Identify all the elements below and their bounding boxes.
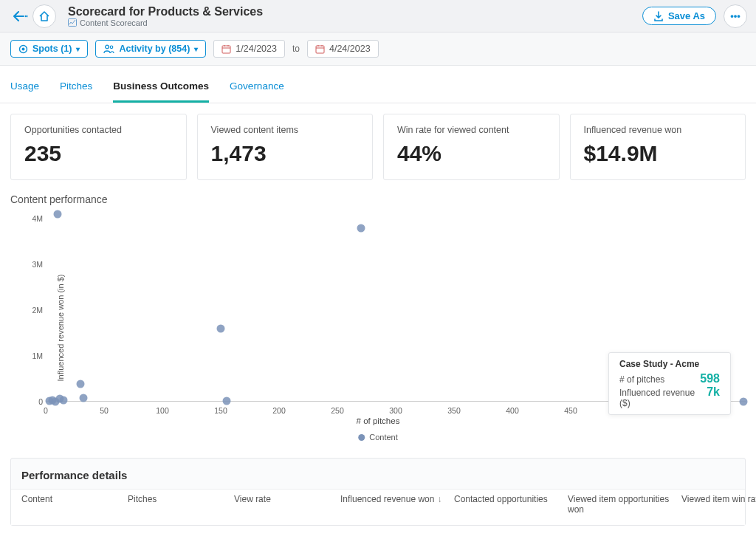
kpi-value: 235 <box>24 141 173 166</box>
content-performance-chart: Content performance Influenced revenue w… <box>0 190 756 449</box>
kpi-label: Opportunities contacted <box>24 125 173 135</box>
target-icon <box>18 44 28 54</box>
x-tick: 150 <box>214 406 227 415</box>
calendar-icon <box>221 44 231 54</box>
calendar-icon <box>315 44 325 54</box>
scatter-point[interactable] <box>79 394 87 402</box>
x-tick: 400 <box>506 406 519 415</box>
app-header: Scorecard for Products & Services Conten… <box>0 0 756 32</box>
x-tick: 100 <box>156 406 169 415</box>
sort-desc-icon: ↓ <box>437 494 441 504</box>
spots-filter[interactable]: Spots (1) ▾ <box>10 40 88 58</box>
col-influenced-revenue[interactable]: Influenced revenue won↓ <box>340 494 451 504</box>
performance-details: Performance details Content Pitches View… <box>10 458 746 526</box>
svg-point-1 <box>27 15 28 17</box>
chart-title: Content performance <box>10 193 746 205</box>
svg-point-5 <box>106 45 109 49</box>
scatter-point[interactable] <box>217 324 225 332</box>
col-view-rate[interactable]: View rate <box>234 494 337 504</box>
page-title: Scorecard for Products & Services <box>68 5 642 18</box>
tooltip-revenue-value: 7k <box>707 385 720 399</box>
tooltip-name: Case Study - Acme <box>619 359 720 369</box>
x-axis-label: # of pitches <box>357 416 400 425</box>
y-tick: 1M <box>22 351 43 360</box>
people-icon <box>103 44 114 53</box>
svg-rect-8 <box>316 46 324 53</box>
x-tick: 350 <box>447 406 461 415</box>
svg-rect-7 <box>222 46 230 53</box>
y-tick: 3M <box>22 260 43 269</box>
y-tick: 4M <box>22 214 43 223</box>
chevron-down-icon: ▾ <box>76 45 80 53</box>
kpi-value: $14.9M <box>584 141 732 166</box>
col-pitches[interactable]: Pitches <box>128 494 231 504</box>
scatter-point[interactable] <box>53 210 61 219</box>
tab-governance[interactable]: Governance <box>230 72 284 103</box>
kpi-win-rate: Win rate for viewed content 44% <box>383 114 560 180</box>
kpi-row: Opportunities contacted 235 Viewed conte… <box>0 103 756 190</box>
tab-usage[interactable]: Usage <box>10 72 39 103</box>
x-tick: 200 <box>272 406 286 415</box>
tabs: Usage Pitches Business Outcomes Governan… <box>0 72 756 103</box>
tooltip-pitches-label: # of pitches <box>619 374 664 385</box>
back-button[interactable] <box>9 4 32 28</box>
x-tick: 50 <box>100 406 109 415</box>
x-tick: 250 <box>331 406 344 415</box>
x-tick: 0 <box>44 406 48 415</box>
svg-point-6 <box>111 46 114 49</box>
scorecard-icon <box>68 18 77 27</box>
y-tick: 0 <box>22 397 43 406</box>
scatter-point[interactable] <box>222 396 230 405</box>
date-to-label: to <box>292 44 300 54</box>
svg-point-4 <box>22 47 25 50</box>
kpi-label: Win rate for viewed content <box>397 125 546 135</box>
chevron-down-icon: ▾ <box>194 45 198 53</box>
col-content[interactable]: Content <box>21 494 125 504</box>
kpi-label: Influenced revenue won <box>584 125 732 135</box>
details-header-row: Content Pitches View rate Influenced rev… <box>11 489 745 525</box>
tab-business-outcomes[interactable]: Business Outcomes <box>113 72 209 103</box>
kpi-viewed-content-items: Viewed content items 1,473 <box>197 114 374 180</box>
kpi-influenced-revenue: Influenced revenue won $14.9M <box>570 114 746 180</box>
scatter-point[interactable] <box>77 380 85 388</box>
date-to-picker[interactable]: 4/24/2023 <box>307 40 379 58</box>
more-menu-button[interactable]: ••• <box>724 4 747 28</box>
home-button[interactable] <box>32 4 56 28</box>
col-contacted-opps[interactable]: Contacted opportunities <box>454 494 565 504</box>
filter-toolbar: Spots (1) ▾ Activity by (854) ▾ 1/24/202… <box>0 32 756 66</box>
kpi-label: Viewed content items <box>211 125 360 135</box>
ellipsis-icon: ••• <box>730 10 740 21</box>
tooltip-pitches-value: 598 <box>700 372 720 385</box>
save-as-button[interactable]: Save As <box>642 7 716 25</box>
chart-tooltip: Case Study - Acme # of pitches 598 Influ… <box>608 352 731 415</box>
page-subtitle: Content Scorecard <box>68 18 642 27</box>
scatter-point[interactable] <box>739 397 747 405</box>
tab-pitches[interactable]: Pitches <box>60 72 92 103</box>
activity-filter[interactable]: Activity by (854) ▾ <box>95 40 206 58</box>
col-viewed-opps-won[interactable]: Viewed item opportuni­ties won <box>568 494 678 515</box>
svg-point-0 <box>25 15 27 17</box>
date-from-picker[interactable]: 1/24/2023 <box>213 40 285 58</box>
scatter-point[interactable] <box>59 396 67 405</box>
details-title: Performance details <box>11 459 745 489</box>
kpi-value: 44% <box>397 141 546 166</box>
scatter-point[interactable] <box>357 224 365 232</box>
save-icon <box>653 11 664 21</box>
col-viewed-win-rate[interactable]: Viewed item win rate <box>681 494 756 504</box>
tooltip-revenue-label: Influenced revenue ($) <box>619 388 707 408</box>
x-tick: 450 <box>564 406 577 415</box>
kpi-opportunities-contacted: Opportunities contacted 235 <box>10 114 187 180</box>
legend-marker-icon <box>358 434 365 441</box>
legend-label: Content <box>369 433 398 442</box>
x-tick: 300 <box>389 406 402 415</box>
chart-legend: Content <box>358 433 398 442</box>
kpi-value: 1,473 <box>211 141 360 166</box>
y-tick: 2M <box>22 306 43 315</box>
